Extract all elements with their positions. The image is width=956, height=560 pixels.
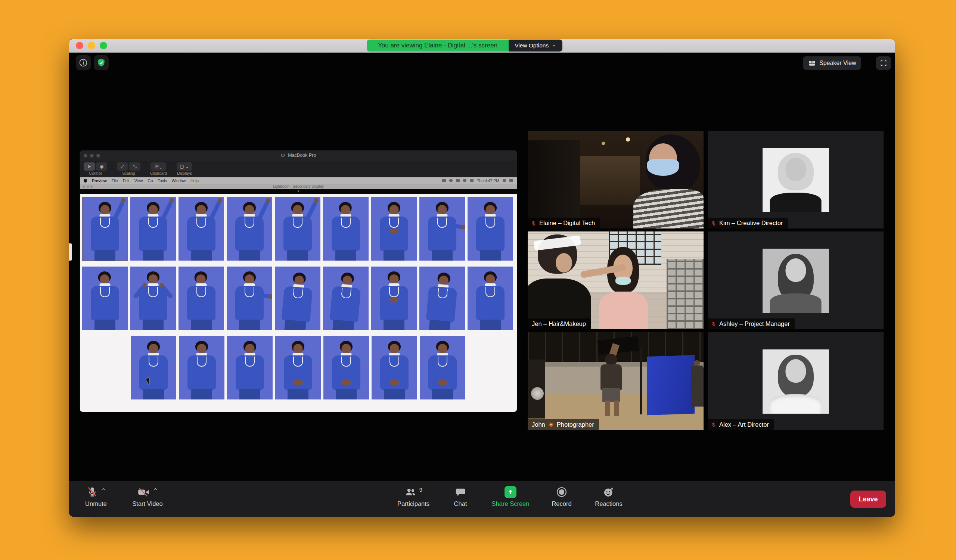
menu-tools[interactable]: Tools: [157, 179, 167, 183]
participant-tile-alex[interactable]: Alex – Art Director: [708, 332, 884, 430]
viewing-screen-banner: You are viewing Elaine - Digital ...'s s…: [367, 39, 509, 52]
photo-thumbnail[interactable]: [227, 267, 272, 330]
participants-count: 9: [419, 486, 422, 493]
scale-fit-icon[interactable]: ⤡: [129, 162, 140, 171]
menu-file[interactable]: File: [112, 179, 118, 183]
leave-button[interactable]: Leave: [850, 491, 886, 508]
speaker-view-button[interactable]: Speaker View: [803, 56, 861, 70]
participant-video-jen: [528, 231, 704, 329]
viewing-screen-banner-text: You are viewing Elaine - Digital ...'s s…: [378, 42, 497, 49]
chat-button[interactable]: Chat: [432, 485, 489, 507]
menu-edit[interactable]: Edit: [123, 179, 130, 183]
clipboard-icon[interactable]: ⎘ ⌄: [151, 162, 166, 171]
photo-thumbnail[interactable]: [275, 197, 321, 260]
spotlight-icon[interactable]: [503, 179, 506, 182]
enter-fullscreen-button[interactable]: [876, 56, 891, 70]
photo-thumbnail[interactable]: [82, 197, 128, 260]
photo-thumbnail[interactable]: [275, 267, 321, 330]
scaling-toolbar-group[interactable]: ⤢ ⤡ Scaling: [117, 162, 140, 176]
participant-photo-alex: [763, 350, 829, 414]
share-screen-button[interactable]: Share Screen: [483, 485, 538, 507]
photo-thumbnail[interactable]: [227, 336, 273, 400]
notification-center-icon[interactable]: [509, 179, 513, 182]
photo-thumbnail[interactable]: [323, 197, 369, 260]
menu-window[interactable]: Window: [172, 179, 186, 183]
sidebar-handle[interactable]: [69, 243, 72, 260]
battery-icon[interactable]: [470, 179, 473, 182]
photo-thumbnail[interactable]: [323, 267, 369, 330]
fullscreen-window-button[interactable]: [100, 42, 107, 49]
photo-thumbnail[interactable]: [467, 197, 513, 260]
photo-thumbnail[interactable]: [467, 267, 513, 330]
displays-toolbar-group[interactable]: ▢ ⌄ Displays: [177, 162, 192, 176]
photo-thumbnail[interactable]: [275, 336, 321, 400]
photo-thumbnail[interactable]: [323, 336, 369, 400]
clipboard-toolbar-group[interactable]: ⎘ ⌄ Clipboard: [150, 162, 167, 176]
participant-tile-jen[interactable]: Jen – Hair&Makeup: [528, 231, 704, 329]
photo-thumbnail[interactable]: [82, 267, 128, 330]
photo-thumbnail[interactable]: [179, 336, 225, 400]
participant-video-elaine: [528, 131, 704, 229]
observe-icon[interactable]: ◉: [96, 162, 107, 171]
menubar-extra-icon[interactable]: [449, 179, 453, 182]
photo-thumbnail[interactable]: [179, 197, 224, 260]
participant-tile-kim[interactable]: Kim – Creative Director: [708, 131, 884, 229]
menubar-extra-icon[interactable]: [463, 179, 466, 182]
security-button[interactable]: [94, 55, 108, 70]
minimize-window-button[interactable]: [88, 42, 95, 49]
participant-nameplate: Kim – Creative Director: [708, 218, 788, 229]
chat-icon: [455, 486, 466, 498]
menu-help[interactable]: Help: [190, 179, 199, 183]
control-cursor-icon[interactable]: ➤: [83, 162, 95, 171]
shield-check-icon: [96, 58, 106, 67]
photo-thumbnail[interactable]: [131, 197, 176, 260]
window-titlebar[interactable]: You are viewing Elaine - Digital ...'s s…: [69, 39, 895, 53]
photo-thumbnail[interactable]: [227, 197, 272, 260]
photo-grid-row: [80, 197, 517, 260]
muted-mic-icon: [531, 220, 537, 226]
view-options-button[interactable]: View Options: [509, 39, 562, 52]
photo-grid-row: [80, 267, 517, 330]
mic-options-chevron[interactable]: [101, 486, 106, 492]
remote-computer-title: MacBook Pro: [80, 153, 517, 158]
photo-thumbnail[interactable]: [419, 267, 465, 330]
menubar-extra-icon[interactable]: [442, 179, 446, 182]
participant-tile-ashley[interactable]: Ashley – Project Manager: [708, 231, 884, 329]
apple-menu-icon[interactable]: [83, 179, 87, 183]
displays-icon[interactable]: ▢ ⌄: [177, 162, 192, 171]
menu-view[interactable]: View: [134, 179, 143, 183]
photo-thumbnail-grid: [80, 194, 517, 412]
unmute-button[interactable]: Unmute: [80, 485, 112, 507]
menubar-extra-icon[interactable]: [456, 179, 460, 182]
menu-go[interactable]: Go: [148, 179, 153, 183]
screen-sharing-app-titlebar: MacBook Pro: [80, 151, 517, 161]
participant-tile-elaine[interactable]: Elaine – Digital Tech: [528, 131, 704, 229]
photo-thumbnail[interactable]: [131, 336, 176, 400]
start-video-button[interactable]: Start Video: [131, 485, 164, 507]
menubar-status-items: Thu 4:47 PM: [442, 179, 513, 183]
participant-nameplate: Elaine – Digital Tech: [528, 218, 600, 229]
scale-up-icon[interactable]: ⤢: [117, 162, 128, 171]
photo-thumbnail[interactable]: [420, 336, 465, 400]
participant-video-john: [528, 332, 704, 430]
reactions-button[interactable]: Reactions: [581, 485, 637, 507]
photo-thumbnail[interactable]: [371, 336, 417, 400]
video-options-chevron[interactable]: [153, 486, 158, 492]
participant-tile-john[interactable]: John Photographer: [528, 332, 704, 430]
menubar-clock[interactable]: Thu 4:47 PM: [477, 179, 499, 183]
control-toolbar-group[interactable]: ➤ ◉ Control: [83, 162, 107, 176]
reactions-smiley-icon: [603, 486, 614, 498]
photo-thumbnail[interactable]: [179, 267, 224, 330]
participant-photo-ashley: [763, 249, 829, 313]
photo-thumbnail[interactable]: [131, 267, 176, 330]
remote-mac-menubar: Preview File Edit View Go Tools Window H…: [80, 177, 517, 184]
photo-thumbnail[interactable]: [371, 197, 417, 260]
photo-thumbnail[interactable]: [371, 267, 417, 330]
close-window-button[interactable]: [76, 42, 83, 49]
participant-photo-kim: [763, 148, 829, 212]
lightroom-window-titlebar: Lightroom - Secondary Display: [80, 184, 517, 189]
menu-app-name[interactable]: Preview: [92, 179, 107, 183]
meeting-info-button[interactable]: [76, 55, 91, 70]
photo-thumbnail[interactable]: [419, 197, 465, 260]
muted-mic-icon: [711, 422, 717, 428]
